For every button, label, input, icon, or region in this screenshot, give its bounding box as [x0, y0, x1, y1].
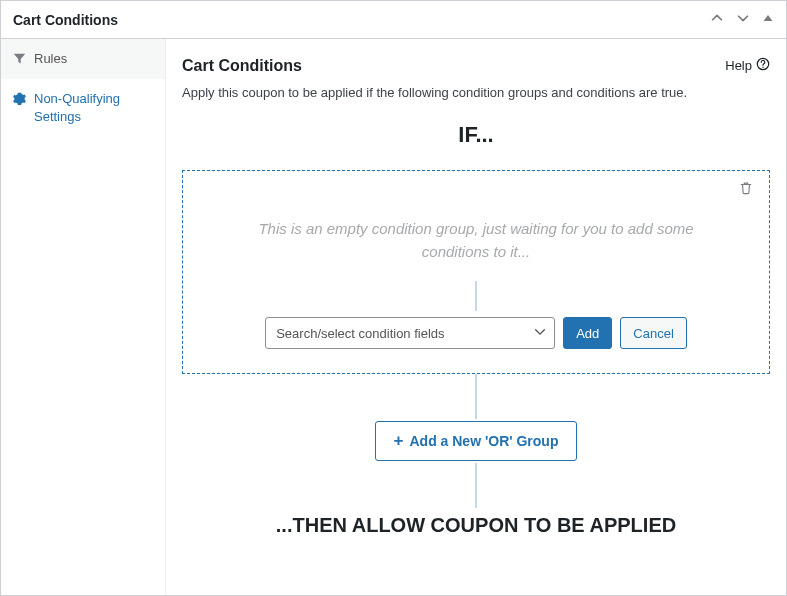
main-header: Cart Conditions Help: [182, 57, 770, 75]
add-button[interactable]: Add: [563, 317, 612, 349]
condition-field-row: Search/select condition fields Add Cance…: [199, 317, 753, 349]
condition-select[interactable]: Search/select condition fields: [265, 317, 555, 349]
panel-header: Cart Conditions: [1, 1, 786, 39]
sidebar-item-non-qualifying-settings[interactable]: Non-Qualifying Settings: [1, 79, 165, 137]
condition-group: This is an empty condition group, just w…: [182, 170, 770, 374]
connector-line: [475, 463, 477, 508]
plus-icon: +: [394, 431, 404, 451]
panel-title: Cart Conditions: [13, 12, 118, 28]
group-toolbar: [199, 179, 753, 202]
condition-select-value: Search/select condition fields: [265, 317, 555, 349]
chevron-down-icon[interactable]: [736, 11, 750, 28]
sidebar: Rules Non-Qualifying Settings: [1, 39, 166, 595]
help-link[interactable]: Help: [725, 57, 770, 74]
panel-header-controls: [710, 11, 774, 28]
inner-connector-line: [475, 281, 477, 311]
empty-group-message: This is an empty condition group, just w…: [239, 218, 713, 263]
add-or-group-label: Add a New 'OR' Group: [409, 433, 558, 449]
add-or-group-button[interactable]: + Add a New 'OR' Group: [375, 421, 578, 461]
gear-icon: [13, 92, 26, 105]
sidebar-item-label: Non-Qualifying Settings: [34, 90, 153, 126]
panel-body: Rules Non-Qualifying Settings Cart Condi…: [1, 39, 786, 595]
then-heading: ...THEN ALLOW COUPON TO BE APPLIED: [182, 514, 770, 537]
svg-point-1: [762, 67, 763, 68]
collapse-icon[interactable]: [762, 12, 774, 27]
page-title: Cart Conditions: [182, 57, 302, 75]
trash-icon[interactable]: [739, 181, 753, 198]
filter-icon: [13, 52, 26, 65]
cart-conditions-panel: Cart Conditions Rules: [0, 0, 787, 596]
sidebar-item-label: Rules: [34, 50, 67, 68]
main-content: Cart Conditions Help Apply this coupon t…: [166, 39, 786, 595]
help-label: Help: [725, 58, 752, 73]
main-description: Apply this coupon to be applied if the f…: [182, 85, 770, 100]
sidebar-item-rules[interactable]: Rules: [1, 39, 165, 79]
cancel-button[interactable]: Cancel: [620, 317, 686, 349]
connector-line: [475, 374, 477, 419]
if-heading: IF...: [182, 122, 770, 148]
help-icon: [756, 57, 770, 74]
chevron-up-icon[interactable]: [710, 11, 724, 28]
